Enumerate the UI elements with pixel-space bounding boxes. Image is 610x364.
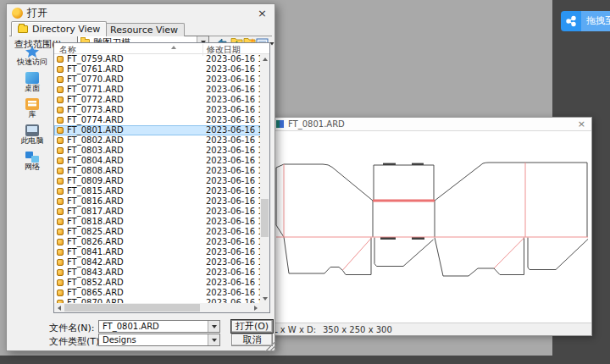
- sidebar-item-libraries[interactable]: 库: [11, 98, 53, 124]
- ard-file-icon: [57, 117, 64, 124]
- sidebar-item-network[interactable]: 网络: [11, 151, 53, 176]
- vertical-scrollbar[interactable]: [260, 54, 269, 303]
- file-row[interactable]: FT_0773.ARD2023-06-16 14:44: [54, 105, 260, 115]
- file-row[interactable]: FT_0852.ARD2023-06-16 14:44: [54, 278, 260, 288]
- horizontal-scrollbar[interactable]: [54, 303, 260, 312]
- dialog-close-icon[interactable]: ×: [258, 8, 267, 19]
- ard-file-icon: [57, 107, 64, 113]
- file-row[interactable]: FT_0808.ARD2023-06-16 14:44: [54, 166, 260, 176]
- preview-close-icon[interactable]: ×: [578, 119, 585, 129]
- preview-window-title: FT_0801.ARD: [288, 119, 345, 129]
- dialog-title: 打开: [27, 6, 47, 20]
- file-name-dropdown-button[interactable]: [208, 321, 219, 332]
- dims-value: 350 x 250 x 300: [323, 325, 392, 334]
- file-type-combobox[interactable]: Designs: [98, 334, 220, 346]
- open-button[interactable]: 打开(O): [231, 320, 273, 333]
- drag-to-cloud-button[interactable]: 拖拽至: [561, 11, 610, 31]
- ard-file-icon: [57, 239, 64, 245]
- ard-file-icon: [57, 208, 64, 215]
- file-type-dropdown-button[interactable]: [208, 334, 219, 345]
- list-header[interactable]: 名称 修改日期: [54, 43, 269, 54]
- preview-statusbar: L x W x D: 350 x 250 x 300: [270, 323, 591, 335]
- ard-file-icon: [57, 259, 64, 266]
- horizontal-scroll-thumb[interactable]: [64, 304, 200, 312]
- ard-file-icon: [57, 249, 64, 256]
- file-type-label: 文件类型(T):: [49, 335, 103, 348]
- scroll-right-icon[interactable]: [251, 303, 260, 312]
- file-row[interactable]: FT_0804.ARD2023-06-16 14:44: [54, 156, 260, 166]
- ard-file-icon: [57, 127, 64, 134]
- resize-grip[interactable]: [265, 341, 275, 351]
- sidebar-item-desktop[interactable]: 桌面: [11, 72, 53, 97]
- ard-file-icon: [57, 137, 64, 144]
- drag-pill-label: 拖拽至: [581, 11, 610, 31]
- file-row[interactable]: FT_0815.ARD2023-06-16 14:44: [54, 186, 260, 196]
- ard-file-icon: [57, 279, 64, 286]
- file-row[interactable]: FT_0771.ARD2023-06-16 14:44: [54, 85, 260, 95]
- ard-file-icon: [57, 97, 64, 103]
- ard-file-icon: [57, 290, 64, 296]
- vertical-scroll-thumb[interactable]: [261, 199, 269, 237]
- ard-file-icon: [57, 188, 64, 195]
- preview-window: FT_0801.ARD ×: [269, 117, 592, 336]
- scroll-left-icon[interactable]: [54, 303, 64, 312]
- file-list-rows: FT_0759.ARD2023-06-16 14:44FT_0761.ARD20…: [54, 54, 260, 303]
- ard-document-icon: [276, 120, 284, 128]
- file-row[interactable]: FT_0761.ARD2023-06-16 14:44: [54, 64, 260, 74]
- file-row[interactable]: FT_0825.ARD2023-06-16 14:44: [54, 227, 260, 237]
- libraries-icon: [25, 98, 39, 110]
- file-name-value: FT_0801.ARD: [103, 322, 159, 331]
- file-row[interactable]: FT_0803.ARD2023-06-16 14:44: [54, 146, 260, 156]
- ard-file-icon: [57, 229, 64, 235]
- file-name-label: 文件名(N):: [49, 322, 95, 334]
- scrollbar-corner: [260, 303, 269, 312]
- file-row[interactable]: FT_0770.ARD2023-06-16 14:44: [54, 74, 260, 85]
- dialog-titlebar[interactable]: 打开 ×: [7, 4, 274, 22]
- cloud-share-icon: [561, 11, 581, 31]
- ard-file-icon: [57, 66, 64, 73]
- places-sidebar: 快速访问桌面库此电脑网络: [11, 45, 53, 317]
- file-row[interactable]: FT_0801.ARD2023-06-16 14:44: [54, 125, 260, 135]
- tab-directory-view[interactable]: Directory View: [11, 21, 107, 36]
- app-icon: [12, 8, 23, 19]
- file-row[interactable]: FT_0818.ARD2023-06-16 14:44: [54, 217, 260, 227]
- scroll-up-icon[interactable]: [260, 54, 269, 63]
- file-row[interactable]: FT_0816.ARD2023-06-16 14:44: [54, 196, 260, 207]
- quick-access-icon: [25, 46, 39, 58]
- file-row[interactable]: FT_0826.ARD2023-06-16 14:44: [54, 237, 260, 247]
- dims-label: L x W x D:: [273, 325, 316, 334]
- file-row[interactable]: FT_0759.ARD2023-06-16 14:44: [54, 54, 260, 64]
- network-icon: [25, 151, 39, 163]
- file-row[interactable]: FT_0817.ARD2023-06-16 14:44: [54, 207, 260, 217]
- ard-file-icon: [57, 269, 64, 276]
- sidebar-item-quick-access[interactable]: 快速访问: [11, 46, 53, 71]
- this-pc-icon: [25, 124, 39, 136]
- ard-file-icon: [57, 86, 64, 93]
- ard-file-icon: [57, 218, 64, 225]
- scroll-down-icon[interactable]: [260, 294, 269, 303]
- open-file-dialog: 打开 × Directory View Resource View 查找范围(I…: [6, 3, 275, 351]
- dieline-drawing: [270, 132, 591, 323]
- file-row[interactable]: FT_0842.ARD2023-06-16 14:44: [54, 257, 260, 267]
- ard-file-icon: [57, 198, 64, 205]
- ard-file-icon: [57, 157, 64, 164]
- sort-ascending-icon: [171, 46, 176, 49]
- file-type-value: Designs: [103, 335, 136, 345]
- folder-icon: [18, 25, 28, 33]
- file-row[interactable]: FT_0865.ARD2023-06-16 14:44: [54, 288, 260, 298]
- file-list: 名称 修改日期 FT_0759.ARD2023-06-16 14:44FT_07…: [53, 42, 270, 313]
- sidebar-item-this-pc[interactable]: 此电脑: [11, 124, 53, 150]
- preview-titlebar[interactable]: FT_0801.ARD ×: [270, 118, 591, 131]
- file-row[interactable]: FT_0772.ARD2023-06-16 14:44: [54, 95, 260, 105]
- file-name-combobox[interactable]: FT_0801.ARD: [98, 320, 220, 333]
- file-row[interactable]: FT_0843.ARD2023-06-16 14:44: [54, 267, 260, 278]
- file-row[interactable]: FT_0774.ARD2023-06-16 14:44: [54, 115, 260, 125]
- ard-file-icon: [57, 168, 64, 174]
- file-row[interactable]: FT_0841.ARD2023-06-16 14:44: [54, 247, 260, 257]
- ard-file-icon: [57, 178, 64, 185]
- ard-file-icon: [57, 56, 64, 63]
- ard-file-icon: [57, 147, 64, 154]
- ard-file-icon: [57, 76, 64, 83]
- file-row[interactable]: FT_0809.ARD2023-06-16 14:44: [54, 176, 260, 186]
- file-row[interactable]: FT_0802.ARD2023-06-16 14:44: [54, 135, 260, 146]
